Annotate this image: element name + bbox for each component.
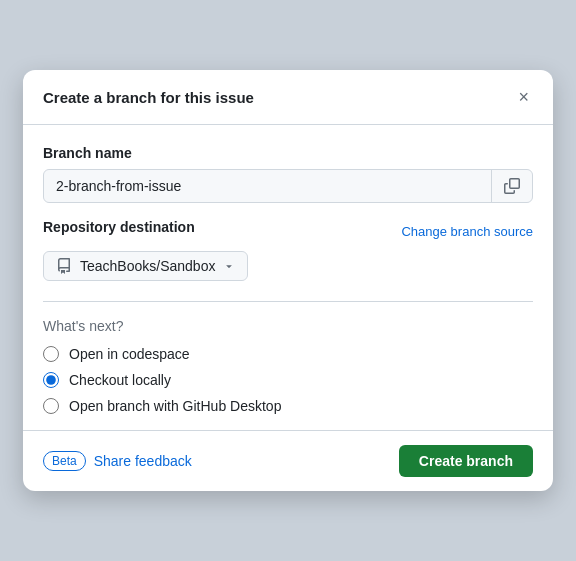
branch-name-input[interactable] — [44, 170, 491, 202]
modal-footer: Beta Share feedback Create branch — [23, 430, 553, 491]
radio-codespace[interactable] — [43, 346, 59, 362]
branch-name-label: Branch name — [43, 145, 533, 161]
radio-desktop-label: Open branch with GitHub Desktop — [69, 398, 281, 414]
share-feedback-link[interactable]: Share feedback — [94, 453, 192, 469]
copy-icon — [504, 178, 520, 194]
close-button[interactable]: × — [514, 86, 533, 108]
repo-label: Repository destination — [43, 219, 195, 235]
branch-name-section: Branch name — [43, 145, 533, 203]
radio-codespace-label: Open in codespace — [69, 346, 190, 362]
branch-name-container — [43, 169, 533, 203]
option-checkout[interactable]: Checkout locally — [43, 372, 533, 388]
whats-next-section: What's next? Open in codespace Checkout … — [23, 302, 553, 430]
option-codespace[interactable]: Open in codespace — [43, 346, 533, 362]
modal-title: Create a branch for this issue — [43, 89, 254, 106]
radio-checkout[interactable] — [43, 372, 59, 388]
change-branch-source-link[interactable]: Change branch source — [401, 224, 533, 239]
copy-branch-name-button[interactable] — [491, 170, 532, 202]
repo-dropdown-button[interactable]: TeachBooks/Sandbox — [43, 251, 248, 281]
repo-name: TeachBooks/Sandbox — [80, 258, 215, 274]
beta-badge: Beta — [43, 451, 86, 471]
option-desktop[interactable]: Open branch with GitHub Desktop — [43, 398, 533, 414]
modal-body: Branch name Repository destination Chang… — [23, 125, 553, 302]
repo-header: Repository destination Change branch sou… — [43, 219, 533, 243]
create-branch-modal: Create a branch for this issue × Branch … — [23, 70, 553, 491]
chevron-down-icon — [223, 260, 235, 272]
radio-desktop[interactable] — [43, 398, 59, 414]
repo-icon — [56, 258, 72, 274]
whats-next-label: What's next? — [43, 318, 533, 334]
create-branch-button[interactable]: Create branch — [399, 445, 533, 477]
repository-section: Repository destination Change branch sou… — [43, 219, 533, 281]
footer-left: Beta Share feedback — [43, 451, 192, 471]
radio-checkout-label: Checkout locally — [69, 372, 171, 388]
modal-header: Create a branch for this issue × — [23, 70, 553, 125]
